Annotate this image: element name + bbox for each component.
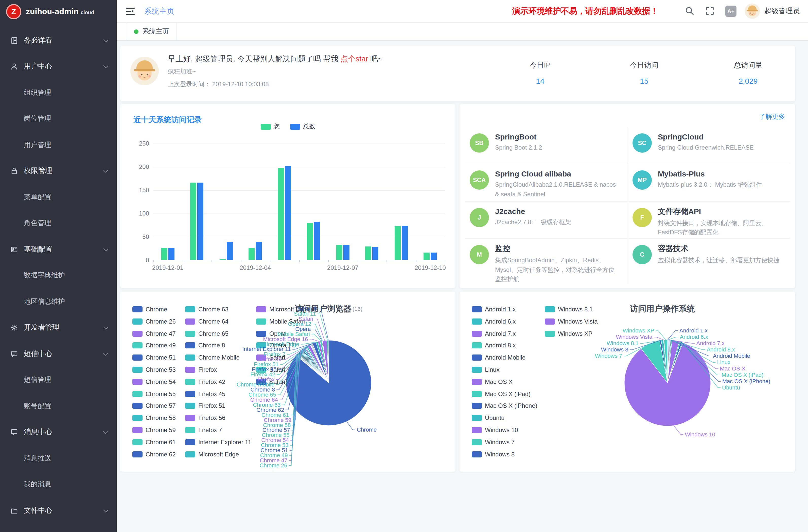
pie-callout-label: Windows XP [623, 327, 654, 334]
sidebar-subitem[interactable]: 组织管理 [0, 80, 117, 106]
sidebar-subitem-label: 菜单配置 [24, 193, 51, 202]
bar[interactable] [285, 166, 291, 260]
sidebar-subitem[interactable]: 菜单配置 [0, 184, 117, 210]
greeting: 早上好, 超级管理员, 今天帮别人解决问题了吗 帮我 点个star 吧~ [168, 54, 383, 64]
legend-item[interactable]: 您 [260, 122, 280, 131]
sidebar-subitem-label: 地区信息维护 [24, 297, 65, 306]
sidebar-subitem[interactable]: 岗位管理 [0, 106, 117, 132]
pie-callout-line [668, 331, 678, 340]
legend-label: 您 [274, 122, 280, 131]
learn-more-link[interactable]: 了解更多 [759, 112, 785, 121]
sidebar-item[interactable]: 务必详看 [0, 27, 117, 54]
products-card: 了解更多 SBSpringBootSpring Boot 2.1.2SCSpri… [460, 104, 795, 288]
last-login: 上次登录时间： 2019-12-10 10:03:08 [168, 80, 383, 89]
product-title: 容器技术 [658, 244, 779, 254]
user-icon [10, 62, 18, 71]
pie-callout-line [347, 421, 355, 430]
sidebar-item[interactable]: 开发者管理 [0, 315, 117, 341]
pie-callout-line [317, 314, 327, 340]
bar[interactable] [190, 183, 197, 260]
notebook-icon [10, 37, 18, 44]
sidebar-item[interactable]: 消息中心 [0, 419, 117, 445]
pie-callout-label: Windows 7 [595, 353, 622, 359]
sidebar-subitem[interactable]: 账号配置 [0, 393, 117, 419]
bar[interactable] [365, 247, 371, 260]
y-axis-label: 250 [132, 140, 149, 147]
visits-chart-card: 近十天系统访问记录 您总数 0501001502002502019-12-012… [120, 104, 456, 288]
product-body: 监控集成SpringBootAdmin、Zipkin、Redis、Mysql、定… [495, 244, 620, 284]
bar[interactable] [249, 248, 255, 260]
tab-home[interactable]: 系统主页 [126, 23, 177, 40]
bar[interactable] [168, 248, 175, 260]
sidebar-item[interactable]: 基础配置 [0, 236, 117, 262]
pie-callout-label: Android 6.x [680, 334, 708, 340]
product-body: J2cacheJ2cache2.7.8: 二级缓存框架 [495, 207, 571, 239]
username[interactable]: 超级管理员 [765, 6, 800, 16]
stat-label: 今日访问 [606, 61, 682, 70]
bar[interactable] [314, 222, 320, 260]
breadcrumb[interactable]: 系统主页 [144, 6, 175, 16]
bar[interactable] [307, 223, 313, 260]
bar[interactable] [372, 247, 379, 260]
star-link[interactable]: 点个star [340, 54, 368, 63]
sidebar-menu: 务必详看用户中心组织管理岗位管理用户管理权限管理菜单配置角色管理基础配置数据字典… [0, 27, 117, 524]
bar-chart-plot: 0501001502002502019-12-012019-12-042019-… [153, 144, 445, 260]
pie-callout-label: Android 8.x [706, 346, 735, 353]
sidebar-subitem[interactable]: 数据字典维护 [0, 262, 117, 289]
stat-value: 14 [502, 77, 578, 85]
bar[interactable] [343, 245, 349, 260]
sidebar-subitem-label: 角色管理 [24, 219, 51, 228]
bar[interactable] [431, 253, 437, 260]
bar[interactable] [256, 242, 262, 260]
product-item: MPMybatis-PlusMybatis-plus 3.2.0： Mybati… [627, 165, 790, 202]
sms-icon [10, 350, 18, 358]
bar[interactable] [161, 248, 167, 260]
sidebar-subitem[interactable]: 短信管理 [0, 367, 117, 393]
bar[interactable] [198, 183, 204, 260]
folder-icon [10, 507, 18, 515]
os-chart-card: 访问用户操作系统 Android 1.xAndroid 6.xAndroid 7… [460, 292, 795, 472]
product-badge: J [470, 208, 489, 227]
brand-name: zuihou-admin [26, 7, 79, 16]
brand[interactable]: Z zuihou-admin cloud [0, 0, 117, 23]
sidebar-subitem[interactable]: 地区信息维护 [0, 289, 117, 315]
pie-callout-line [654, 337, 664, 340]
sidebar-item[interactable]: 权限管理 [0, 158, 117, 184]
grid-line [153, 214, 445, 214]
sidebar-item-label: 务必详看 [24, 36, 52, 45]
product-desc: Spring Boot 2.1.2 [495, 143, 542, 152]
sidebar-item[interactable]: 用户中心 [0, 54, 117, 80]
bar[interactable] [424, 253, 430, 260]
x-axis-tick [357, 260, 358, 262]
pie-callout-line [310, 339, 319, 342]
user-avatar[interactable] [745, 3, 760, 19]
font-size-icon[interactable] [725, 5, 736, 17]
sidebar-subitem[interactable]: 我的消息 [0, 471, 117, 497]
sidebar-subitem[interactable]: 角色管理 [0, 210, 117, 236]
legend-item[interactable]: 总数 [290, 122, 315, 131]
product-title: Spring Cloud alibaba [495, 170, 620, 178]
sidebar-subitem[interactable]: 用户管理 [0, 132, 117, 158]
sidebar-item[interactable]: 短信中心 [0, 341, 117, 367]
pie-callout-label: Android 1.x [679, 327, 708, 334]
sidebar-subitem[interactable]: 消息推送 [0, 445, 117, 471]
stat-item: 今日IP14 [502, 61, 578, 85]
product-item: SBSpringBootSpring Boot 2.1.2 [465, 127, 627, 165]
bar[interactable] [220, 259, 226, 260]
x-axis-tick [386, 260, 387, 262]
last-login-label: 上次登录时间： [168, 81, 210, 88]
menu-collapse-icon[interactable] [125, 5, 136, 17]
bar[interactable] [227, 242, 233, 260]
content: 早上好, 超级管理员, 今天帮别人解决问题了吗 帮我 点个star 吧~ 疯狂加… [117, 41, 808, 532]
product-desc: 虚拟化容器技术，让迁移、部署更加方便快捷 [658, 256, 779, 265]
bar[interactable] [278, 168, 284, 260]
fullscreen-icon[interactable] [705, 6, 715, 16]
id-card-icon [10, 245, 18, 254]
bar[interactable] [394, 226, 401, 260]
bar[interactable] [402, 226, 408, 260]
sidebar-item[interactable]: 文件中心 [0, 497, 117, 524]
search-icon[interactable] [685, 6, 695, 16]
product-title: Mybatis-Plus [658, 170, 762, 178]
bar[interactable] [336, 245, 342, 260]
pie-callout-label: Windows 8.1 [607, 340, 639, 346]
